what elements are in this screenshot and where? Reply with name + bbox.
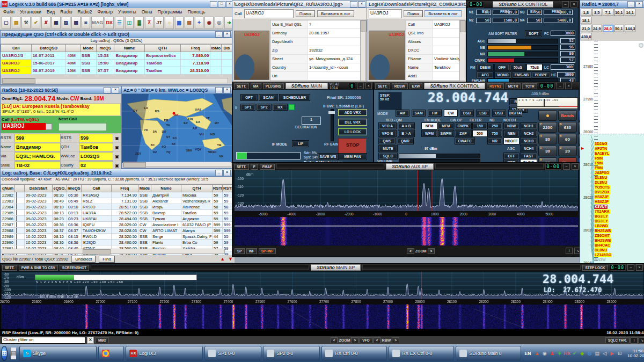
tools-icon[interactable]: ⚒ bbox=[21, 17, 31, 29]
dx-spot[interactable]: 3D2AG bbox=[594, 142, 608, 146]
new-doc-icon[interactable]: ▢ bbox=[2, 17, 11, 29]
minimize-button[interactable]: – bbox=[557, 83, 564, 89]
notch-bw-field[interactable]: 50 bbox=[476, 18, 491, 23]
tctr-button[interactable]: TCTR bbox=[522, 83, 537, 89]
scroll-knob[interactable] bbox=[639, 43, 643, 48]
layout-split-icon[interactable]: ▨ bbox=[62, 17, 71, 29]
band-button[interactable]: 18,1 bbox=[581, 17, 591, 24]
unselect-button[interactable]: Unselect bbox=[71, 256, 96, 263]
dx-spot[interactable]: BH4CAC bbox=[594, 243, 611, 248]
ma-button[interactable]: MA bbox=[251, 83, 261, 89]
field-value[interactable]: EQSL; HAMLOG. bbox=[14, 152, 61, 161]
info-button[interactable]: i bbox=[566, 248, 573, 254]
table-row[interactable]: CallUA3ROJ bbox=[406, 20, 460, 29]
del-vrx-button[interactable]: DEL VRX bbox=[338, 119, 367, 126]
dx-spot[interactable]: DL8NU bbox=[594, 248, 608, 252]
keypad-button[interactable] bbox=[538, 110, 557, 121]
field-value[interactable]: 599 bbox=[79, 134, 113, 142]
field-value[interactable]: 599 bbox=[14, 134, 61, 142]
table-row[interactable]: NameTerekhov bbox=[406, 63, 460, 72]
menu-item[interactable]: Помощь bbox=[187, 9, 205, 15]
band-button[interactable]: 144,3 bbox=[625, 25, 635, 32]
preview-icon[interactable]: ◙ bbox=[82, 17, 91, 29]
save-call-icon[interactable] bbox=[46, 124, 52, 130]
column-header[interactable] bbox=[15, 185, 25, 192]
map-titlebar[interactable]: Az.= 0 ° Dist.= 0 km. WWLoc = LO02QS _× bbox=[122, 86, 232, 94]
dx-spot[interactable]: YO5CTS bbox=[594, 185, 610, 190]
zoom-out-button[interactable]: < bbox=[407, 248, 414, 254]
antenna-icon[interactable]: ⊼ bbox=[145, 17, 154, 29]
table-row[interactable]: Country1</country_id> <coun bbox=[270, 63, 361, 72]
keypad-button[interactable]: 8630 bbox=[558, 122, 577, 133]
taskbar-window-button[interactable]: SP2 0-0 bbox=[263, 346, 320, 361]
sync-icon[interactable]: ✦ bbox=[195, 17, 204, 29]
band-button[interactable]: 10,1 bbox=[614, 9, 625, 16]
bandmap-titlebar[interactable]: Radio1 = 28004,7 _× bbox=[580, 1, 644, 8]
h-scrollbar[interactable] bbox=[2, 249, 225, 254]
dx-spot[interactable]: F5IN bbox=[594, 166, 603, 170]
close-button[interactable]: × bbox=[223, 170, 231, 176]
column-header[interactable]: RSTR bbox=[213, 185, 223, 192]
row-action-icon[interactable]: ▣ bbox=[113, 152, 121, 161]
rf-gain-slider[interactable] bbox=[331, 109, 334, 141]
qrz-ru-titlebar[interactable]: \LogHX\Downloads\Picture\QRZ_RU\UA3ROJ.j… bbox=[232, 1, 367, 8]
sqlc-button[interactable]: SQLC bbox=[378, 153, 398, 160]
table-row[interactable]: Use E_Mail QSL? bbox=[270, 20, 361, 29]
nfm-button[interactable]: NFM bbox=[421, 122, 437, 129]
split-window-icon[interactable]: ◫ bbox=[125, 17, 134, 29]
menu-item[interactable]: Файл bbox=[3, 9, 14, 15]
table-row[interactable]: DXCC bbox=[406, 46, 460, 55]
fm-off-button[interactable]: OFF bbox=[494, 64, 509, 71]
world-map[interactable]: OYLAESUAUA9UNEXJTBYERTAEZAPVUHS7X5ASUSTE… bbox=[122, 94, 232, 163]
dx-spot[interactable]: RN3W bbox=[594, 258, 606, 262]
stats-icon[interactable]: ▆ bbox=[175, 17, 184, 29]
field-value[interactable]: Тамбов bbox=[79, 143, 113, 151]
mode-button[interactable]: DIGITAL bbox=[508, 110, 522, 117]
dx-spot[interactable]: K3VUT bbox=[594, 205, 608, 209]
sp2-button[interactable]: SP2 bbox=[257, 104, 272, 111]
swfm-button[interactable]: SWFM bbox=[438, 130, 454, 137]
nch1-button[interactable]: NCH1 bbox=[520, 122, 537, 129]
call-search-input[interactable]: UA3ROJ bbox=[244, 9, 294, 18]
tray-icon[interactable]: ♟ bbox=[548, 350, 555, 357]
vfo-button[interactable]: VFO bbox=[360, 337, 372, 343]
minimize-button[interactable]: _ bbox=[350, 1, 357, 8]
nch4-button[interactable]: NCH4 bbox=[520, 145, 537, 152]
column-header[interactable]: Dis bbox=[221, 45, 232, 52]
mag-icon[interactable]: MAG bbox=[91, 17, 104, 29]
minimize-button[interactable]: _ bbox=[215, 170, 223, 176]
call-input[interactable]: UA3ROJ bbox=[2, 123, 46, 130]
v-scrollbar[interactable] bbox=[360, 20, 366, 81]
taskbar-window-button[interactable]: SP1 0-0 bbox=[204, 346, 261, 361]
cwafc-button[interactable]: CWAFC bbox=[455, 137, 475, 144]
band-button[interactable]: 3,5 bbox=[592, 9, 603, 16]
deemphasis-50us-button[interactable]: 50uS bbox=[510, 64, 526, 71]
column-header[interactable]: Freq bbox=[112, 185, 138, 192]
dsp-slider[interactable]: CWPK 57 bbox=[469, 57, 575, 63]
taskbar-window-button[interactable]: HX LogHX3 bbox=[126, 346, 203, 361]
qms-button[interactable]: QMS bbox=[378, 137, 396, 144]
mute-button[interactable]: MUTE bbox=[378, 145, 398, 152]
tray-icon[interactable]: ✔ bbox=[571, 350, 578, 357]
dx-spot[interactable]: ZS6OMT bbox=[594, 234, 610, 238]
taskbar-window-button[interactable]: RX Ctrl 0-0 bbox=[321, 346, 387, 361]
dx-spot[interactable]: 7X2ARA bbox=[594, 209, 610, 214]
column-header[interactable]: imeQS bbox=[67, 185, 82, 192]
search-button[interactable]: Поиск bbox=[404, 10, 423, 17]
insert-to-log-button[interactable]: Вставить в лог bbox=[425, 10, 462, 17]
column-header[interactable]: Mode bbox=[138, 185, 151, 192]
tray-icon[interactable]: ✚ bbox=[556, 350, 563, 357]
tray-icon[interactable]: ◆ bbox=[579, 350, 586, 357]
open-folder-icon[interactable]: ▤ bbox=[12, 17, 21, 29]
column-header[interactable]: DateQSO bbox=[31, 45, 66, 52]
mem-pan-button[interactable]: MEM PAN bbox=[338, 153, 367, 160]
main-sp-header[interactable]: SETT. PWR & SNR TO CSV SCREENSHOT SDRuno… bbox=[1, 264, 644, 271]
tray-icon[interactable]: ◍ bbox=[586, 350, 593, 357]
minimize-button[interactable]: – bbox=[562, 1, 569, 8]
lamp-icon[interactable]: ☼ bbox=[165, 17, 174, 29]
close-button[interactable]: × bbox=[223, 31, 231, 38]
qrz-com-titlebar[interactable]: LogHX\Downloads\Picture\QRZ_COM\UA3ROJ.j… bbox=[367, 1, 466, 8]
close-button[interactable]: × bbox=[635, 1, 643, 8]
soft-button[interactable]: SOFT bbox=[525, 30, 542, 37]
tray-icon[interactable]: ⊡ bbox=[616, 350, 623, 357]
